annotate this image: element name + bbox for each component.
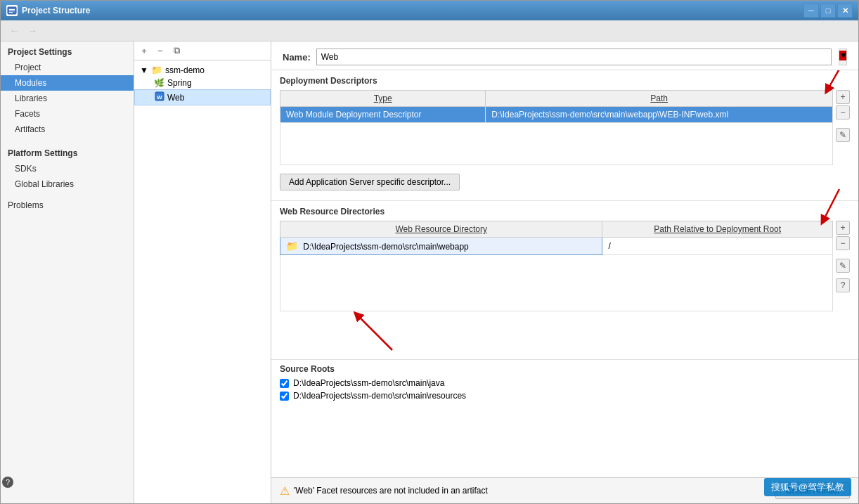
lower-arrow-container xyxy=(280,311,850,354)
web-resource-label: Web Resource Directories xyxy=(280,207,850,217)
sidebar: Project Settings Project Modules Librari… xyxy=(1,41,134,503)
right-buttons-webres: + − ✎ ? xyxy=(836,221,850,292)
col-path: Path xyxy=(486,91,833,107)
sidebar-item-libraries[interactable]: Libraries xyxy=(1,91,134,106)
tree-node-label: ssm-demo xyxy=(165,65,205,75)
col-type: Type xyxy=(280,91,486,107)
source-root-1-path: D:\IdeaProjects\ssm-demo\src\main\java xyxy=(293,378,444,388)
tree-node-spring[interactable]: 🌿 Spring xyxy=(134,77,271,89)
warning-icon: ⚠ xyxy=(280,484,290,498)
sidebar-item-sdks[interactable]: SDKs xyxy=(1,161,134,176)
spring-icon: 🌿 xyxy=(154,78,164,88)
main-window: Project Structure ─ □ ✕ ← → Project Sett… xyxy=(0,0,859,504)
name-label: Name: xyxy=(283,52,311,63)
content-area: Name: ▼ Deployment Descriptors xyxy=(271,41,858,503)
tree-add-button[interactable]: + xyxy=(137,44,151,58)
sidebar-item-global-libraries[interactable]: Global Libraries xyxy=(1,176,134,192)
source-roots-section: Source Roots D:\IdeaProjects\ssm-demo\sr… xyxy=(271,360,858,408)
window-controls: ─ □ ✕ xyxy=(803,4,853,18)
window-title: Project Structure xyxy=(22,6,803,15)
window-icon xyxy=(6,5,18,16)
source-root-2-path: D:\IdeaProjects\ssm-demo\src\main\resour… xyxy=(293,391,466,401)
platform-settings-label: Platform Settings xyxy=(1,143,134,161)
deployment-descriptors-label: Deployment Descriptors xyxy=(280,76,850,86)
close-button[interactable]: ✕ xyxy=(837,4,853,18)
project-settings-label: Project Settings xyxy=(1,41,134,60)
add-app-server-button[interactable]: Add Application Server specific descript… xyxy=(280,174,460,190)
minimize-button[interactable]: ─ xyxy=(803,4,819,18)
svg-text:W: W xyxy=(157,94,162,101)
web-resource-path: D:\IdeaProjects\ssm-demo\src\main\webapp xyxy=(303,242,468,252)
warning-text: 'Web' Facet resources are not included i… xyxy=(294,486,488,496)
row-path: D:\IdeaProjects\ssm-demo\src\main\webapp… xyxy=(486,107,833,123)
descriptor-remove-button[interactable]: − xyxy=(836,105,850,119)
webres-add-button[interactable]: + xyxy=(836,221,850,235)
web-resource-relative: / xyxy=(602,238,833,255)
deployment-table-wrapper: Type Path Web Module Deployment Descript… xyxy=(280,90,850,165)
svg-rect-1 xyxy=(9,9,15,10)
expand-icon: ▼ xyxy=(140,65,151,75)
tree-toolbar: + − ⧉ xyxy=(134,41,271,60)
source-root-1: D:\IdeaProjects\ssm-demo\src\main\java xyxy=(280,378,850,388)
descriptor-add-button[interactable]: + xyxy=(836,90,850,104)
maximize-button[interactable]: □ xyxy=(820,4,836,18)
tree-node-ssm-demo[interactable]: ▼ 📁 ssm-demo xyxy=(134,63,271,77)
sidebar-item-modules[interactable]: Modules xyxy=(1,75,134,91)
svg-rect-2 xyxy=(9,11,15,11)
deployment-descriptors-section: Deployment Descriptors Type Path xyxy=(271,70,858,201)
name-input[interactable] xyxy=(316,49,832,65)
web-resource-table-container: Web Resource Directory Path Relative to … xyxy=(280,221,833,311)
tree-node-label: Spring xyxy=(167,78,192,88)
deployment-table-container: Type Path Web Module Deployment Descript… xyxy=(280,90,833,165)
web-resource-table: Web Resource Directory Path Relative to … xyxy=(280,221,833,311)
title-bar: Project Structure ─ □ ✕ xyxy=(1,1,858,20)
sidebar-item-artifacts[interactable]: Artifacts xyxy=(1,122,134,137)
forward-button[interactable]: → xyxy=(25,23,40,39)
scrollable-content: Deployment Descriptors Type Path xyxy=(271,70,858,477)
warning-row: ⚠ 'Web' Facet resources are not included… xyxy=(280,484,488,498)
back-button[interactable]: ← xyxy=(6,23,22,39)
tree-remove-button[interactable]: − xyxy=(153,44,167,58)
table-row[interactable]: Web Module Deployment Descriptor D:\Idea… xyxy=(280,107,833,123)
source-root-1-checkbox[interactable] xyxy=(280,379,289,388)
svg-rect-3 xyxy=(9,12,13,13)
tree-panel: + − ⧉ ▼ 📁 ssm-demo 🌿 Spring xyxy=(134,41,271,503)
tree-node-web[interactable]: W Web xyxy=(134,89,271,105)
web-resource-wrapper: Web Resource Directory Path Relative to … xyxy=(280,221,850,311)
scroll-handle: ▼ xyxy=(839,49,847,65)
empty-row xyxy=(280,123,833,165)
descriptor-edit-button[interactable]: ✎ xyxy=(836,128,850,142)
main-content: Project Settings Project Modules Librari… xyxy=(1,41,858,503)
web-resource-section: Web Resource Directories Web Resource Di… xyxy=(271,201,858,360)
web-resource-row[interactable]: 📁 D:\IdeaProjects\ssm-demo\src\main\weba… xyxy=(280,238,833,255)
add-server-btn-wrapper: Add Application Server specific descript… xyxy=(280,169,850,195)
help-button[interactable]: ? xyxy=(1,475,15,489)
toolbar: ← → xyxy=(1,20,858,41)
web-resource-dir-cell: 📁 D:\IdeaProjects\ssm-demo\src\main\weba… xyxy=(280,238,602,255)
svg-line-8 xyxy=(357,315,392,350)
sidebar-item-project[interactable]: Project xyxy=(1,60,134,75)
tree-copy-button[interactable]: ⧉ xyxy=(169,44,183,58)
col-web-resource-dir: Web Resource Directory xyxy=(280,221,602,238)
deployment-table: Type Path Web Module Deployment Descript… xyxy=(280,90,833,165)
watermark: 搜狐号@驾学私教 xyxy=(764,478,851,496)
webres-edit-button[interactable]: ✎ xyxy=(836,259,850,273)
sidebar-item-facets[interactable]: Facets xyxy=(1,106,134,122)
right-buttons-desc: + − ✎ xyxy=(836,90,850,142)
scroll-arrow-red: ▼ xyxy=(839,51,846,60)
webres-help-button[interactable]: ? xyxy=(836,278,850,292)
tree-node-label: Web xyxy=(167,93,184,103)
webres-remove-button[interactable]: − xyxy=(836,236,850,250)
empty-row-2 xyxy=(280,255,833,311)
sidebar-item-problems[interactable]: Problems xyxy=(1,198,134,213)
row-type: Web Module Deployment Descriptor xyxy=(280,107,486,123)
name-section: Name: ▼ xyxy=(271,41,858,70)
web-icon: W xyxy=(155,91,164,103)
module-folder-icon: 📁 xyxy=(151,65,162,75)
source-root-2-checkbox[interactable] xyxy=(280,392,289,401)
tree-content: ▼ 📁 ssm-demo 🌿 Spring W Web xyxy=(134,60,271,503)
red-arrow-lower xyxy=(336,304,477,354)
source-root-2: D:\IdeaProjects\ssm-demo\src\main\resour… xyxy=(280,391,850,401)
folder-icon: 📁 xyxy=(286,240,298,252)
col-path-relative: Path Relative to Deployment Root xyxy=(602,221,833,238)
